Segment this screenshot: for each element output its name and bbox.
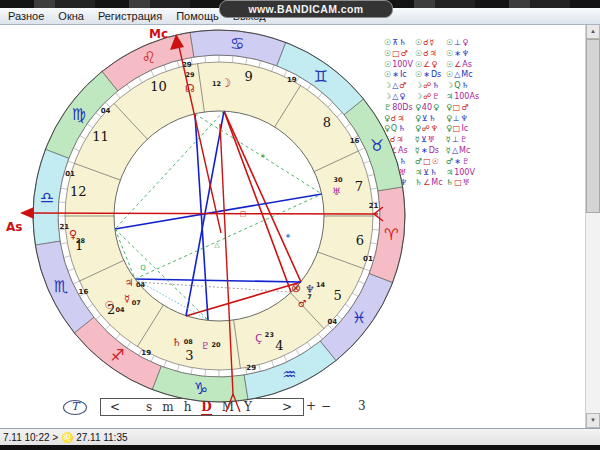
application-window: РазноеОкнаРегистрацияПомощьВыход www.BAN…: [0, 0, 600, 450]
aspect-row: ☉□♂☉☌♃☉∗♆: [384, 49, 477, 60]
step-minus-button[interactable]: −: [321, 399, 331, 413]
aspect-row: ☿☌♃☿⊻♅☿⊥♇: [384, 135, 477, 146]
house-cusp-8: [314, 151, 358, 172]
pluto-icon: ♇: [201, 340, 210, 351]
menu-item-3[interactable]: Помощь: [176, 10, 219, 22]
aspect-cell: ☉∗♆: [446, 49, 477, 60]
asc-label: As: [6, 220, 22, 234]
aspect-cell: ♀☍♆: [415, 124, 446, 135]
aspect-cell: ♃△♅: [384, 168, 415, 179]
zodiac-segment-pisces: [320, 274, 392, 361]
cusp-degree-5: 04: [327, 318, 337, 326]
aspect-line: [135, 194, 322, 279]
cusp-degree-3: 19: [141, 349, 151, 357]
zodiac-segment-aries: [369, 187, 405, 283]
cusp-degree-4: 29: [246, 364, 256, 372]
time-unit-D[interactable]: D: [201, 400, 211, 415]
step-prev-button[interactable]: <: [110, 400, 120, 414]
cusp-degree-12: 01: [65, 170, 75, 178]
transit-toggle-button[interactable]: T: [63, 400, 87, 415]
neptune-degree: 14: [316, 281, 326, 289]
menu-item-2[interactable]: Регистрация: [98, 10, 162, 22]
aspect-cell: ♀Q♄: [384, 124, 415, 135]
lilith-degree: 23: [265, 331, 274, 339]
house-cusp-11: [114, 103, 147, 139]
aspect-cell: ♇80Ds: [384, 103, 415, 114]
aspect-cell: ☽☍♇: [415, 92, 446, 103]
asc-arrowhead-icon: [20, 207, 34, 219]
aspect-row: ☽△♀☽☍♇♃100As: [384, 92, 477, 103]
step-next-button[interactable]: >: [282, 400, 292, 414]
aspect-line: [224, 111, 301, 282]
menu-item-0[interactable]: Разное: [8, 10, 44, 22]
aspect-mark: □: [240, 210, 247, 218]
desc-chevron-icon: [374, 207, 383, 221]
time-unit-Y[interactable]: Y: [244, 400, 252, 414]
aspect-cell: ☉△Mc: [446, 70, 477, 81]
cusp-degree-6: 01: [363, 255, 373, 263]
house-number-2: 2: [107, 302, 115, 317]
house-cusp-6: [318, 252, 364, 269]
moon-icon: ☽: [221, 76, 232, 90]
time-unit-s[interactable]: s: [146, 400, 152, 414]
mercury-degree: 07: [132, 299, 141, 307]
jupiter-degree: 04: [136, 281, 146, 289]
time-unit-h[interactable]: h: [184, 400, 192, 414]
cusp-degree-10: 29: [182, 61, 192, 69]
mars-icon: ♂: [298, 298, 307, 309]
aspect-cell: ☿⊥♇: [446, 135, 477, 146]
aspect-cell: ☉☌☿: [415, 38, 446, 49]
aspect-cell: ♂∗♇: [446, 157, 477, 168]
house-number-6: 6: [356, 233, 364, 248]
cusp-degree-2: 16: [79, 288, 89, 296]
house-number-8: 8: [323, 115, 331, 130]
mc-arrowhead-icon: [170, 34, 184, 50]
time-unit-M[interactable]: M: [222, 400, 234, 414]
zodiac-segment-sagittarius: [74, 317, 161, 389]
house-cusp-3: [137, 305, 163, 347]
step-value: 3: [358, 399, 366, 413]
zodiac-segment-gemini: [277, 42, 364, 114]
aspect-row: ♃△♅♃⊻♄♃100V: [384, 168, 477, 179]
house-number-12: 12: [70, 184, 87, 199]
aspect-line: [224, 111, 291, 292]
sun-icon: ☉: [104, 299, 114, 312]
aspect-line: [195, 114, 208, 320]
zodiac-segment-libra: [33, 149, 69, 245]
mc-axis: [178, 42, 221, 233]
scroll-thumb[interactable]: [586, 39, 600, 213]
menu-item-1[interactable]: Окна: [58, 10, 84, 22]
aspect-row: ♄∗♆♄∠Mc♄□♅: [384, 178, 477, 189]
aspect-cell: ♄□♅: [446, 178, 477, 189]
aquarius-icon: ♒: [282, 365, 296, 384]
aspect-line: [186, 282, 301, 316]
house-cusp-12: [74, 163, 120, 180]
natal-chart-wheel: ♈♉♊♋♌♍♎♏♐♑♒♓2111621932940450162171681992…: [0, 0, 600, 450]
house-number-9: 9: [245, 69, 253, 84]
aspect-cell: ☽△♀: [384, 92, 415, 103]
aspect-cell: ☿∗Ds: [415, 146, 446, 157]
scroll-down-arrow-icon[interactable]: ▼: [586, 413, 600, 428]
step-plus-button[interactable]: +: [306, 399, 316, 413]
lilith-icon: Ç: [255, 333, 262, 344]
aspect-cell: ♀40♀: [415, 103, 446, 114]
house-number-10: 10: [150, 79, 167, 94]
zodiac-segment-virgo: [45, 71, 117, 158]
zodiac-segment-cancer: [190, 30, 286, 66]
time-unit-m[interactable]: m: [162, 400, 173, 414]
house-number-11: 11: [92, 129, 109, 144]
aspect-cell: ☽☍♄: [415, 81, 446, 92]
mercury-icon: ☿: [124, 293, 130, 304]
scroll-up-arrow-icon[interactable]: ▲: [586, 24, 600, 39]
vertical-scrollbar[interactable]: ▲ ▼: [585, 24, 600, 428]
house-cusp-10: [198, 63, 205, 112]
virgo-icon: ♍: [72, 105, 86, 124]
aspect-cell: ☉□♂: [384, 49, 415, 60]
part-of-fortune-icon: ⊗: [291, 281, 301, 295]
aspect-row: ☿∠As☿∗Ds☿△Mc: [384, 146, 477, 157]
zodiac-segment-scorpio: [35, 241, 94, 333]
aspect-row: ☉⊼♄☉☌☿☉⊥♀: [384, 38, 477, 49]
jupiter-icon: ♃: [124, 277, 133, 288]
aspect-cell: ♄∠Mc: [415, 178, 446, 189]
zodiac-segment-capricorn: [152, 366, 248, 402]
